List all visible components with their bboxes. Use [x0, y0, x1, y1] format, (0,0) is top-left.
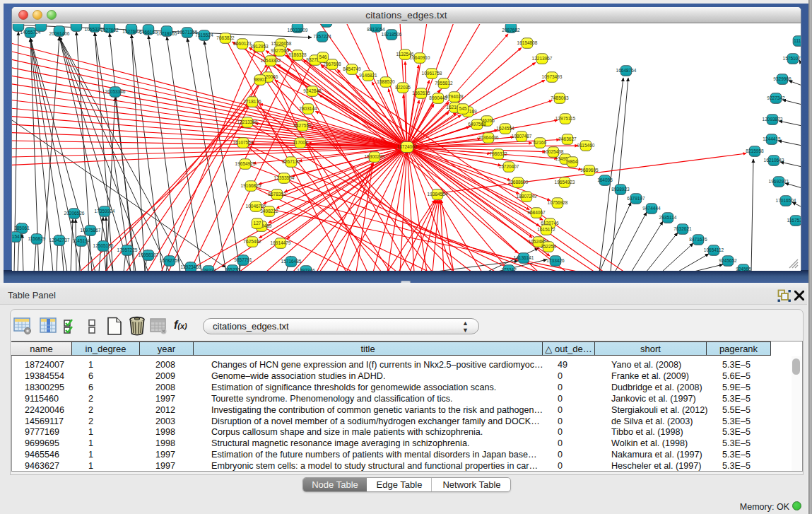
svg-text:19692971: 19692971 — [769, 179, 789, 184]
svg-text:8427552: 8427552 — [293, 123, 312, 128]
svg-text:1156829: 1156829 — [28, 236, 46, 241]
svg-text:7955812: 7955812 — [435, 81, 453, 86]
svg-text:12942737: 12942737 — [49, 238, 70, 243]
svg-text:16210643: 16210643 — [764, 158, 784, 163]
svg-text:12353594: 12353594 — [274, 175, 295, 180]
svg-text:6794028: 6794028 — [445, 94, 464, 99]
svg-text:7986322: 7986322 — [489, 151, 507, 156]
svg-text:252254: 252254 — [541, 244, 556, 249]
svg-text:7515524: 7515524 — [195, 33, 213, 37]
svg-text:16648764: 16648764 — [616, 68, 637, 73]
svg-text:9689695: 9689695 — [580, 168, 599, 173]
svg-text:6466160: 6466160 — [139, 30, 158, 35]
svg-text:2087682: 2087682 — [502, 28, 520, 33]
svg-text:20053346: 20053346 — [105, 89, 126, 94]
svg-text:1244415: 1244415 — [763, 136, 781, 141]
svg-text:8938923: 8938923 — [611, 187, 630, 192]
svg-text:10543332: 10543332 — [261, 58, 281, 63]
svg-text:6379197: 6379197 — [627, 196, 645, 201]
svg-text:924565: 924565 — [736, 267, 751, 271]
svg-text:1145194: 1145194 — [73, 238, 90, 243]
svg-text:17016504: 17016504 — [776, 198, 796, 203]
svg-text:14136141: 14136141 — [514, 255, 534, 260]
svg-text:173342: 173342 — [501, 267, 517, 271]
svg-text:1615172: 1615172 — [537, 227, 555, 232]
svg-text:7357224: 7357224 — [313, 34, 331, 39]
svg-text:8990448: 8990448 — [429, 95, 447, 100]
svg-text:8267130: 8267130 — [282, 159, 300, 164]
svg-text:127: 127 — [254, 221, 261, 226]
svg-text:8678352: 8678352 — [268, 192, 286, 197]
svg-text:7485063: 7485063 — [551, 95, 569, 100]
svg-text:98901: 98901 — [254, 77, 266, 82]
svg-text:8471676: 8471676 — [689, 237, 707, 242]
svg-text:9227342: 9227342 — [767, 95, 785, 100]
svg-text:15751074: 15751074 — [783, 56, 801, 61]
svg-text:822035: 822035 — [395, 85, 411, 90]
svg-text:2718176: 2718176 — [243, 99, 261, 104]
svg-text:19654923: 19654923 — [555, 180, 575, 185]
svg-text:9684067: 9684067 — [527, 210, 546, 215]
svg-text:12093872: 12093872 — [763, 117, 783, 122]
svg-text:10719155: 10719155 — [157, 31, 177, 36]
svg-text:9327506: 9327506 — [271, 48, 289, 53]
svg-text:12923468: 12923468 — [181, 264, 201, 269]
svg-text:16782759: 16782759 — [160, 258, 180, 263]
svg-text:16107554: 16107554 — [233, 140, 254, 145]
svg-text:1624554: 1624554 — [496, 126, 514, 131]
svg-text:10046786: 10046786 — [246, 204, 266, 209]
svg-text:17957225: 17957225 — [117, 247, 138, 252]
svg-text:15226058: 15226058 — [271, 41, 292, 46]
svg-text:17359924: 17359924 — [95, 209, 115, 214]
svg-text:10756928: 10756928 — [548, 200, 568, 205]
svg-text:8186328: 8186328 — [288, 52, 307, 57]
svg-text:19166825: 19166825 — [241, 183, 261, 188]
svg-text:20206526: 20206526 — [64, 211, 85, 216]
svg-text:9474444: 9474444 — [642, 206, 661, 211]
svg-text:1527602: 1527602 — [100, 28, 119, 33]
svg-text:2967608: 2967608 — [323, 62, 341, 66]
svg-text:546: 546 — [319, 54, 327, 59]
svg-text:18724007: 18724007 — [397, 144, 418, 149]
svg-text:10025438: 10025438 — [543, 149, 564, 154]
svg-text:19218506: 19218506 — [382, 32, 402, 37]
svg-text:12213967: 12213967 — [532, 56, 553, 61]
svg-text:9864: 9864 — [567, 159, 578, 164]
svg-text:16154808: 16154808 — [517, 40, 538, 45]
svg-text:9463627: 9463627 — [558, 136, 577, 141]
svg-text:1733426: 1733426 — [546, 258, 565, 263]
svg-text:19654925: 19654925 — [235, 161, 256, 166]
svg-text:16914479: 16914479 — [271, 240, 291, 245]
svg-text:9245652: 9245652 — [719, 258, 737, 263]
svg-text:10958107: 10958107 — [139, 252, 159, 257]
svg-text:9242848: 9242848 — [303, 88, 322, 93]
svg-text:3915411: 3915411 — [12, 234, 25, 239]
svg-text:15720407: 15720407 — [499, 164, 519, 169]
svg-text:12213369: 12213369 — [237, 119, 258, 124]
svg-text:10975867: 10975867 — [81, 228, 101, 233]
svg-text:8454749: 8454749 — [343, 66, 361, 71]
svg-text:9146821: 9146821 — [359, 73, 377, 78]
svg-text:164095: 164095 — [597, 177, 613, 182]
svg-text:545: 545 — [459, 106, 467, 111]
svg-text:2803144: 2803144 — [299, 106, 317, 111]
svg-text:15716485: 15716485 — [281, 259, 302, 264]
svg-text:7625402: 7625402 — [243, 239, 261, 244]
svg-text:7663822: 7663822 — [216, 35, 235, 40]
svg-text:10973493: 10973493 — [542, 74, 563, 79]
svg-text:9857791: 9857791 — [234, 257, 252, 262]
svg-text:62160: 62160 — [534, 140, 546, 145]
svg-text:165233: 165233 — [225, 267, 240, 271]
svg-text:1167533: 1167533 — [787, 218, 801, 223]
svg-text:385061: 385061 — [14, 226, 30, 230]
svg-text:8215958: 8215958 — [746, 148, 764, 153]
svg-text:1527602: 1527602 — [122, 29, 141, 34]
svg-text:12975115: 12975115 — [555, 116, 576, 121]
svg-text:10654112: 10654112 — [704, 247, 724, 252]
svg-text:8660123: 8660123 — [233, 41, 252, 46]
svg-text:10961758: 10961758 — [422, 71, 442, 76]
svg-text:9329966: 9329966 — [773, 76, 792, 81]
svg-text:16640910: 16640910 — [410, 55, 430, 60]
svg-text:9115460: 9115460 — [577, 143, 595, 148]
svg-text:1292346: 1292346 — [297, 268, 315, 271]
